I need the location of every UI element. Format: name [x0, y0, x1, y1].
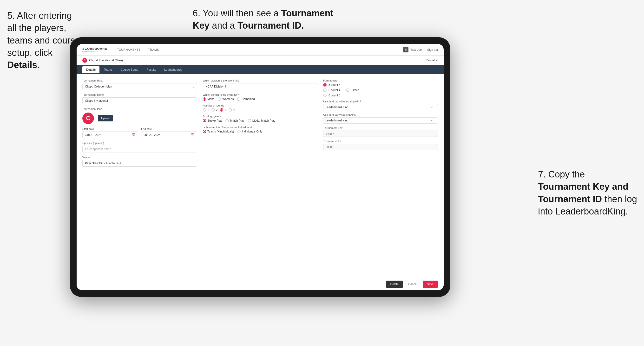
scoring-match[interactable]: Match Play: [226, 119, 244, 122]
gender-womens-radio[interactable]: [218, 97, 221, 101]
venue-input[interactable]: Peachtree GC - Atlanta - GA ⌄: [82, 160, 197, 167]
venue-group: Venue Peachtree GC - Atlanta - GA ⌄: [82, 156, 197, 167]
live-scoring2-clear-icon[interactable]: ✕: [430, 119, 433, 122]
tab-results[interactable]: Results: [142, 66, 160, 73]
subtitle-bar: C Clippd Invitational (Men) Cancel ✕: [76, 55, 444, 65]
live-scoring2-label: Use third-party scoring API?: [323, 113, 438, 116]
scoring-match-radio[interactable]: [226, 119, 229, 122]
tab-teams[interactable]: Teams: [100, 66, 116, 73]
individuals-only[interactable]: Individuals Only: [237, 130, 262, 133]
form-col-1: Tournament Host Clippd College - Men ⌄ T…: [82, 79, 197, 273]
format-other-radio[interactable]: [346, 88, 350, 92]
round-3-radio[interactable]: [220, 108, 223, 112]
start-date-input[interactable]: Jan 21, 2024 📅: [82, 132, 138, 138]
form-area: Tournament Host Clippd College - Men ⌄ T…: [76, 74, 444, 278]
gender-mens[interactable]: Mens: [203, 97, 214, 101]
format-list: 5 count 4 6 count 4 6 count 5: [323, 83, 340, 97]
round-4[interactable]: 4: [228, 108, 235, 112]
gender-combined-radio[interactable]: [237, 97, 240, 101]
tab-course-setup[interactable]: Course Setup: [117, 66, 142, 73]
format-group: Format type 5 count 4 6 count 4: [323, 79, 438, 97]
round-2[interactable]: 2: [212, 108, 218, 112]
brand-sub: Powered by clippd: [82, 50, 108, 53]
tournament-name-input[interactable]: Clippd Invitational: [82, 97, 197, 104]
format-6count4-radio[interactable]: [323, 88, 326, 92]
user-avatar: SI: [403, 47, 408, 52]
format-6count5-radio[interactable]: [323, 94, 326, 97]
nav-right: SI Test User | Sign out: [403, 47, 438, 52]
venue-dropdown-icon: ⌄: [192, 162, 194, 165]
gender-mens-radio[interactable]: [203, 97, 206, 101]
start-date-label: Start date: [82, 127, 138, 130]
gender-combined[interactable]: Combined: [237, 97, 255, 101]
scoring-label: Scoring system: [203, 115, 318, 118]
division-group: Which division is the event for? NCAA Di…: [203, 79, 318, 90]
tournament-title: C Clippd Invitational (Men): [82, 58, 123, 63]
tab-details[interactable]: Details: [82, 66, 100, 73]
annotation-top-right: 6. You will then see a Tournament Key an…: [193, 7, 337, 32]
teams-plus-individuals[interactable]: Teams (+Individuals): [203, 130, 234, 133]
cancel-top-link[interactable]: Cancel ✕: [426, 59, 438, 62]
scoring-group: Scoring system Stroke Play Match Play: [203, 115, 318, 122]
round-1[interactable]: 1: [203, 108, 209, 112]
brand: SCOREBOARD Powered by clippd: [82, 47, 108, 53]
live-scoring-select[interactable]: Leaderboard King ✕ ⌄: [323, 104, 438, 110]
tournament-key-label: Tournament Key: [323, 127, 438, 129]
rounds-group: Number of rounds 1 2: [203, 104, 318, 112]
tournament-id-value: 302051: [323, 144, 438, 150]
sponsor-input[interactable]: Enter sponsor name: [82, 146, 197, 153]
start-date-group: Start date Jan 21, 2024 📅: [82, 127, 138, 138]
tournament-name-group: Tournament name Clippd Invitational: [82, 93, 197, 104]
logo-c-icon: C: [82, 113, 94, 124]
teams-group: Is this event for Teams and/or Individua…: [203, 126, 318, 133]
scoring-medal-radio[interactable]: [248, 119, 251, 122]
end-date-group: End date Jan 23, 2024 📅: [141, 127, 197, 138]
user-name: Test User: [410, 48, 423, 51]
sign-out-link[interactable]: Sign out: [427, 48, 438, 51]
cancel-button[interactable]: Cancel: [405, 281, 420, 288]
delete-button[interactable]: Delete: [386, 281, 403, 288]
end-date-input[interactable]: Jan 23, 2024 📅: [141, 132, 197, 138]
scoring-stroke-radio[interactable]: [203, 119, 206, 122]
live-scoring2-dropdown-icon[interactable]: ⌄: [434, 119, 436, 122]
live-scoring2-group: Use third-party scoring API? Leaderboard…: [323, 113, 438, 124]
scoring-medal-match[interactable]: Medal Match Play: [248, 119, 275, 122]
live-scoring-clear-icon[interactable]: ✕: [430, 106, 433, 109]
round-1-radio[interactable]: [203, 108, 206, 112]
select-x-right: ✕ ⌄: [430, 106, 436, 109]
logo-section: C Upload: [82, 113, 197, 124]
tab-leaderboards[interactable]: Leaderboards: [160, 66, 186, 73]
format-6count4[interactable]: 6 count 4: [323, 88, 340, 92]
scoring-stroke[interactable]: Stroke Play: [203, 119, 222, 122]
round-4-radio[interactable]: [228, 108, 232, 112]
format-other[interactable]: Other: [346, 83, 358, 97]
teams-radio[interactable]: [203, 130, 206, 133]
round-3[interactable]: 3: [220, 108, 226, 112]
format-5count4[interactable]: 5 count 4: [323, 83, 340, 87]
nav-teams[interactable]: TEAMS: [148, 48, 159, 51]
annotation-bottom-right: 7. Copy the Tournament Key and Tournamen…: [538, 168, 639, 218]
live-scoring-dropdown-icon[interactable]: ⌄: [434, 106, 436, 109]
gender-group: Which gender is the event for? Mens Wome…: [203, 93, 318, 101]
brand-title: SCOREBOARD: [82, 47, 108, 50]
individuals-radio[interactable]: [237, 130, 240, 133]
tabs-bar: Details Teams Course Setup Results Leade…: [76, 65, 444, 74]
live-scoring2-select[interactable]: Leaderboard King ✕ ⌄: [323, 117, 438, 124]
format-6count5[interactable]: 6 count 5: [323, 94, 340, 97]
date-row: Start date Jan 21, 2024 📅 End date Jan 2…: [82, 127, 197, 138]
division-input[interactable]: NCAA Division III ⌄: [203, 83, 318, 90]
gender-womens[interactable]: Womens: [218, 97, 234, 101]
round-2-radio[interactable]: [212, 108, 215, 112]
format-5count4-radio[interactable]: [323, 83, 326, 87]
gender-radio-group: Mens Womens Combined: [203, 97, 318, 101]
live-scoring-label: Use third-party live scoring API?: [323, 100, 438, 103]
tournament-host-group: Tournament Host Clippd College - Men ⌄: [82, 79, 197, 90]
calendar-icon-end: 📅: [191, 133, 194, 137]
action-bar: Delete Cancel Save: [76, 278, 444, 290]
nav-tournaments[interactable]: TOURNAMENTS: [117, 48, 141, 51]
tournament-name-subtitle: Clippd Invitational (Men): [89, 58, 123, 62]
upload-button[interactable]: Upload: [98, 115, 113, 121]
tournament-host-input[interactable]: Clippd College - Men ⌄: [82, 83, 197, 90]
dropdown-arrow-icon: ⌄: [192, 85, 194, 88]
save-button[interactable]: Save: [423, 281, 438, 288]
